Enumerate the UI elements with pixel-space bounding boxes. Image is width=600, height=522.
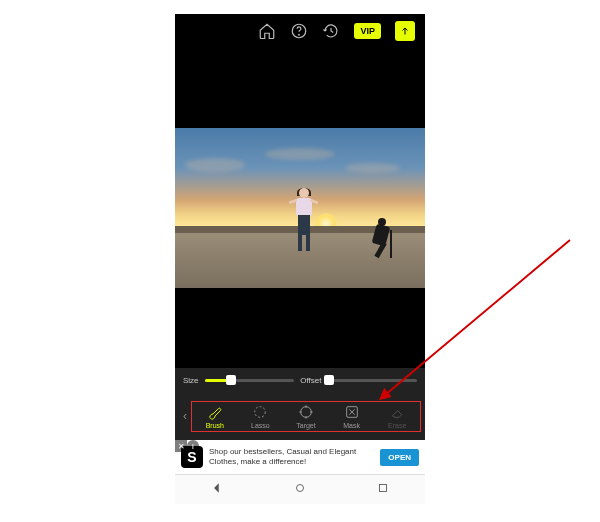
ad-close-icon[interactable]: ✕	[175, 440, 187, 452]
home-icon[interactable]	[258, 22, 276, 40]
ad-open-button[interactable]: OPEN	[380, 449, 419, 466]
svg-point-5	[296, 484, 303, 491]
svg-point-3	[301, 406, 312, 417]
target-icon	[298, 404, 314, 420]
tool-label: Target	[296, 422, 315, 429]
offset-slider-thumb[interactable]	[324, 375, 334, 385]
vip-badge[interactable]: VIP	[354, 23, 381, 39]
collapse-tools-chevron[interactable]: ‹	[179, 409, 191, 423]
offset-label: Offset	[300, 376, 321, 385]
size-slider[interactable]	[205, 379, 295, 382]
tool-lasso[interactable]: Lasso	[241, 404, 279, 429]
tool-mask[interactable]: Mask	[333, 404, 371, 429]
tool-row-highlight: Brush Lasso Target Mask Erase	[191, 401, 421, 432]
svg-point-1	[299, 34, 300, 35]
nav-back-icon[interactable]	[210, 481, 224, 499]
ad-info-icon[interactable]: i	[187, 440, 199, 452]
tool-label: Mask	[343, 422, 360, 429]
ad-text: Shop our bestsellers, Casual and Elegant…	[209, 447, 374, 466]
android-nav-bar	[175, 474, 425, 504]
tool-label: Brush	[206, 422, 224, 429]
nav-recent-icon[interactable]	[376, 481, 390, 499]
svg-rect-6	[380, 484, 387, 491]
export-button[interactable]	[395, 21, 415, 41]
tool-label: Lasso	[251, 422, 270, 429]
editor-canvas[interactable]	[175, 48, 425, 368]
size-slider-thumb[interactable]	[226, 375, 236, 385]
nav-home-icon[interactable]	[293, 481, 307, 499]
brush-icon	[207, 404, 223, 420]
mask-icon	[344, 404, 360, 420]
tool-brush[interactable]: Brush	[196, 404, 234, 429]
subject-photographer	[370, 218, 400, 263]
help-icon[interactable]	[290, 22, 308, 40]
photo-preview	[175, 128, 425, 288]
size-label: Size	[183, 376, 199, 385]
slider-bar: Size Offset	[175, 368, 425, 392]
svg-point-2	[255, 406, 266, 417]
lasso-icon	[252, 404, 268, 420]
tool-erase[interactable]: Erase	[378, 404, 416, 429]
top-toolbar: VIP	[175, 14, 425, 48]
tool-label: Erase	[388, 422, 406, 429]
offset-slider[interactable]	[327, 379, 417, 382]
erase-icon	[389, 404, 405, 420]
subject-girl	[293, 188, 315, 258]
status-bar	[175, 0, 425, 14]
tool-bar: ‹ Brush Lasso Target Mask Erase	[175, 392, 425, 440]
tool-target[interactable]: Target	[287, 404, 325, 429]
ad-banner[interactable]: ✕ i S Shop our bestsellers, Casual and E…	[175, 440, 425, 474]
history-icon[interactable]	[322, 22, 340, 40]
phone-frame: VIP Size Offset	[175, 0, 425, 504]
